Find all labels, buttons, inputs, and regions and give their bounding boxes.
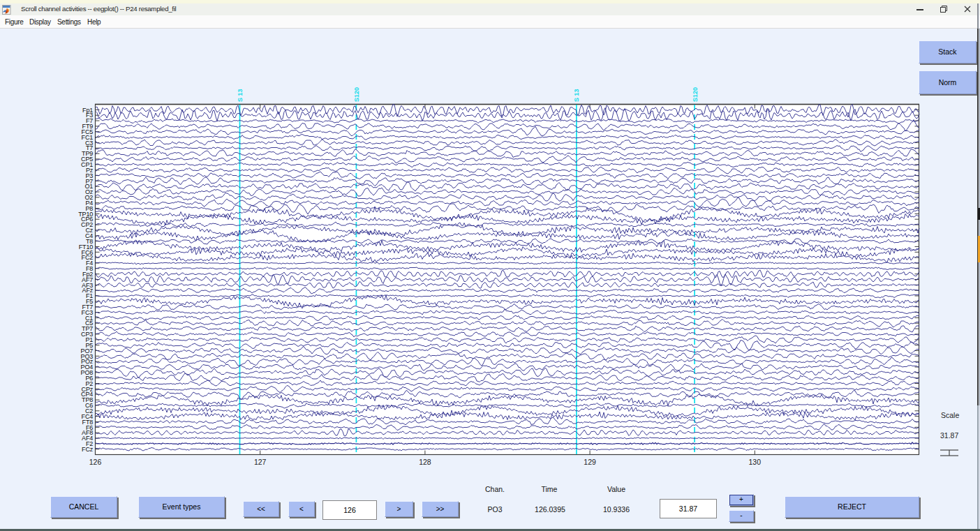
svg-text:127: 127 [254,458,267,466]
svg-text:S 13: S 13 [573,89,580,102]
svg-text:130: 130 [749,458,762,466]
svg-text:Scale: Scale [941,411,959,419]
svg-text:S120: S120 [692,87,699,102]
svg-text:126: 126 [89,458,102,466]
svg-text:S 13: S 13 [237,89,244,102]
svg-text:31.87: 31.87 [940,431,958,440]
svg-text:S120: S120 [353,87,360,102]
svg-text:FCz: FCz [82,446,94,453]
svg-text:128: 128 [419,458,431,466]
svg-text:129: 129 [584,458,596,466]
